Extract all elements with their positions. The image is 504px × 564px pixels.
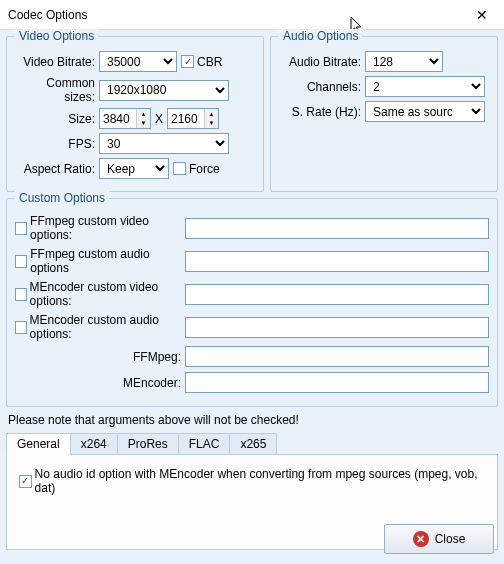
video-bitrate-select[interactable]: 35000	[99, 51, 177, 72]
window-title: Codec Options	[8, 8, 87, 22]
ffmpeg-video-input[interactable]	[185, 218, 489, 239]
dialog-content: Video Options Video Bitrate: 35000 ✓ CBR…	[0, 30, 504, 564]
fps-label: FPS:	[15, 137, 95, 151]
mencoder-path-input[interactable]	[185, 372, 489, 393]
video-bitrate-label: Video Bitrate:	[15, 55, 95, 69]
force-checkbox[interactable]: Force	[173, 162, 220, 176]
custom-options-title: Custom Options	[15, 191, 109, 205]
no-audio-id-label: No audio id option with MEncoder when co…	[35, 467, 485, 495]
tab-strip: General x264 ProRes FLAC x265	[6, 433, 498, 455]
audio-bitrate-label: Audio Bitrate:	[279, 55, 361, 69]
checkbox-empty-icon	[15, 222, 27, 235]
spin-up-icon[interactable]: ▲	[205, 109, 218, 119]
mencoder-label: MEncoder:	[15, 376, 181, 390]
width-input[interactable]	[100, 109, 136, 128]
window-close-button[interactable]: ✕	[459, 0, 504, 30]
ffmpeg-path-input[interactable]	[185, 346, 489, 367]
checkbox-checked-icon: ✓	[19, 475, 32, 488]
channels-label: Channels:	[279, 80, 361, 94]
checkbox-checked-icon: ✓	[181, 55, 194, 68]
spin-down-icon[interactable]: ▼	[137, 119, 150, 129]
mencoder-audio-checkbox[interactable]: MEncoder custom audio options:	[15, 313, 181, 341]
size-x-label: X	[155, 112, 163, 126]
checkbox-empty-icon	[15, 288, 27, 301]
srate-label: S. Rate (Hz):	[279, 105, 361, 119]
checkbox-empty-icon	[15, 321, 27, 334]
cbr-checkbox[interactable]: ✓ CBR	[181, 55, 222, 69]
aspect-select[interactable]: Keep	[99, 158, 169, 179]
mencoder-video-checkbox[interactable]: MEncoder custom video options:	[15, 280, 181, 308]
mencoder-audio-input[interactable]	[185, 317, 489, 338]
close-circle-icon: ✕	[413, 531, 429, 547]
no-audio-id-checkbox[interactable]: ✓ No audio id option with MEncoder when …	[19, 467, 485, 495]
audio-bitrate-select[interactable]: 128	[365, 51, 443, 72]
video-options-title: Video Options	[15, 29, 98, 43]
cbr-label: CBR	[197, 55, 222, 69]
mencoder-video-input[interactable]	[185, 284, 489, 305]
width-spinner[interactable]: ▲▼	[99, 108, 151, 129]
close-icon: ✕	[476, 7, 488, 23]
tab-prores[interactable]: ProRes	[117, 433, 179, 454]
note-text: Please note that arguments above will no…	[8, 413, 496, 427]
aspect-label: Aspect Ratio:	[15, 162, 95, 176]
height-input[interactable]	[168, 109, 204, 128]
ffmpeg-audio-checkbox[interactable]: FFmpeg custom audio options	[15, 247, 181, 275]
size-label: Size:	[15, 112, 95, 126]
force-label: Force	[189, 162, 220, 176]
ffmpeg-video-checkbox[interactable]: FFmpeg custom video options:	[15, 214, 181, 242]
channels-select[interactable]: 2	[365, 76, 485, 97]
srate-select[interactable]: Same as source	[365, 101, 485, 122]
video-options-group: Video Options Video Bitrate: 35000 ✓ CBR…	[6, 36, 264, 192]
audio-options-group: Audio Options Audio Bitrate: 128 Channel…	[270, 36, 498, 192]
spin-up-icon[interactable]: ▲	[137, 109, 150, 119]
close-button-label: Close	[435, 532, 466, 546]
ffmpeg-audio-input[interactable]	[185, 251, 489, 272]
common-sizes-select[interactable]: 1920x1080	[99, 80, 229, 101]
checkbox-empty-icon	[173, 162, 186, 175]
height-spinner[interactable]: ▲▼	[167, 108, 219, 129]
checkbox-empty-icon	[15, 255, 27, 268]
tab-general[interactable]: General	[6, 433, 71, 455]
tab-flac[interactable]: FLAC	[178, 433, 231, 454]
titlebar: Codec Options ✕	[0, 0, 504, 30]
common-sizes-label: Common sizes:	[15, 76, 95, 104]
spin-down-icon[interactable]: ▼	[205, 119, 218, 129]
tab-x265[interactable]: x265	[229, 433, 277, 454]
audio-options-title: Audio Options	[279, 29, 362, 43]
tab-x264[interactable]: x264	[70, 433, 118, 454]
custom-options-group: Custom Options FFmpeg custom video optio…	[6, 198, 498, 407]
ffmpeg-label: FFMpeg:	[15, 350, 181, 364]
close-button[interactable]: ✕ Close	[384, 524, 494, 554]
fps-select[interactable]: 30	[99, 133, 229, 154]
